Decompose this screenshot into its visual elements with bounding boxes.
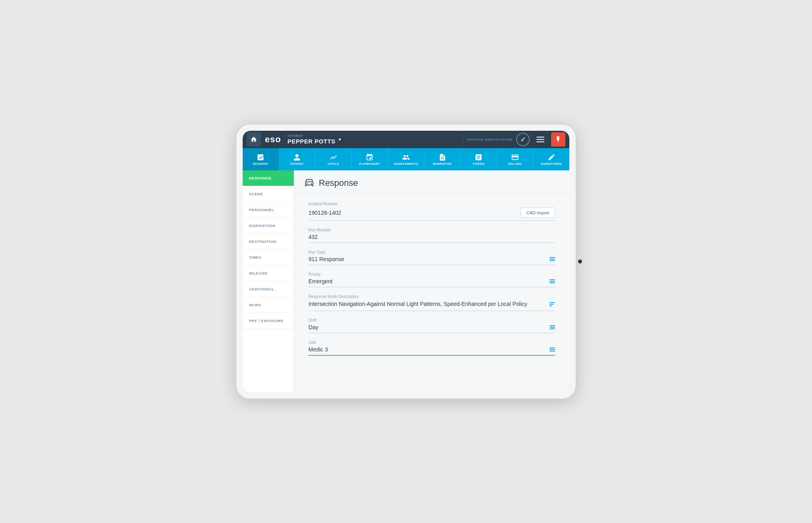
field-shift: Shift Day [308,318,555,333]
tab-narrative[interactable]: NARRATIVE [424,148,461,170]
tab-assessments[interactable]: ASSESSMENTS [388,148,425,170]
content-panel: Response Incident Number 190128-1402 CAD… [294,170,569,392]
field-run-number: Run Number 432 [308,228,555,243]
value-run-number[interactable]: 432 [308,234,555,240]
sidebar-item-disposition[interactable]: DISPOSITION [243,218,294,234]
sidebar-item-personnel[interactable]: PERSONNEL [243,202,294,218]
sidebar-item-destination[interactable]: DESTINATION [243,234,294,250]
value-unit[interactable]: Medic 3 [308,346,546,353]
response-icon [304,177,315,189]
top-nav-bar: eso PATIENT PEPPER POTTS ▾ POSITIVE IDEN… [243,131,569,148]
label-shift: Shift [308,318,555,323]
value-priority[interactable]: Emergent [308,278,546,284]
value-response-mode[interactable]: Intersection Navigation-Against Normal L… [308,300,546,308]
value-run-type[interactable]: 911 Response [308,256,546,262]
positive-id: POSITIVE IDENTIFICATION [467,138,512,141]
priority-dropdown-icon[interactable] [550,279,555,283]
tab-signatures[interactable]: SIGNATURES [533,148,569,170]
tab-billing-label: BILLING [508,162,522,166]
content-header: Response [294,170,569,194]
tab-narrative-label: NARRATIVE [433,162,452,166]
sidebar-item-response[interactable]: RESPONSE [243,170,294,186]
tab-patient-label: PATIENT [290,162,304,166]
sidebar-item-ppe-exposure[interactable]: PPE / EXPOSURE [243,313,294,329]
field-priority: Priority Emergent [308,272,555,287]
field-run-type: Run Type 911 Response [308,250,555,265]
tab-forms-label: FORMS [473,162,485,166]
row-priority: Emergent [308,278,555,287]
field-unit: Unit Medic 3 [308,340,555,356]
row-run-number: 432 [308,234,555,243]
tab-signatures-label: SIGNATURES [541,162,562,166]
row-response-mode: Intersection Navigation-Against Normal L… [308,300,555,311]
tab-incident[interactable]: INCIDENT [243,148,279,170]
row-run-type: 911 Response [308,256,555,265]
sidebar-item-scene[interactable]: SCENE [243,186,294,202]
sidebar-item-mileage[interactable]: MILEAGE [243,265,294,281]
content-title: Response [319,178,358,188]
patient-name: PEPPER POTTS [287,138,335,145]
sidebar-item-additional[interactable]: ADDITIONAL [243,281,294,297]
tab-assessments-label: ASSESSMENTS [394,162,418,166]
tab-billing[interactable]: BILLING [497,148,534,170]
tab-incident-label: INCIDENT [253,162,268,166]
sidebar-item-times[interactable]: TIMES [243,250,294,265]
shift-dropdown-icon[interactable] [550,325,555,329]
lightning-button[interactable] [551,132,565,147]
label-run-type: Run Type [308,250,555,254]
label-unit: Unit [308,340,555,345]
sidebar: RESPONSE SCENE PERSONNEL DISPOSITION DES… [243,170,294,392]
home-button[interactable] [247,132,261,147]
eso-logo: eso [265,134,281,145]
main-content: RESPONSE SCENE PERSONNEL DISPOSITION DES… [243,170,569,392]
row-shift: Day [308,324,555,333]
label-incident-number: Incident Number [308,202,555,206]
check-button[interactable]: ✓ [516,133,530,146]
tab-vitals-label: VITALS [327,162,339,166]
field-response-mode: Response Mode Descriptors Intersection N… [308,294,555,311]
row-unit: Medic 3 [308,346,555,356]
label-run-number: Run Number [308,228,555,232]
field-incident-number: Incident Number 190128-1402 CAD Import [308,202,555,221]
run-type-dropdown-icon[interactable] [550,257,555,261]
patient-info: PATIENT PEPPER POTTS ▾ [287,134,371,145]
tab-vitals[interactable]: VITALS [315,148,352,170]
nav-divider [463,134,463,145]
cad-import-button[interactable]: CAD Import [521,208,555,218]
unit-dropdown-icon[interactable] [550,347,555,351]
sidebar-item-nfirs[interactable]: NFIRS [243,297,294,313]
value-incident-number[interactable]: 190128-1402 [308,210,517,216]
value-shift[interactable]: Day [308,324,546,330]
tab-patient[interactable]: PATIENT [279,148,316,170]
row-incident-number: 190128-1402 CAD Import [308,208,555,221]
patient-dropdown-icon[interactable]: ▾ [339,137,341,142]
label-priority: Priority [308,272,555,277]
tab-flowchart-label: FLOWCHART [359,162,380,166]
section-nav: INCIDENT PATIENT VITALS FLOWCHART [243,148,569,170]
menu-button[interactable] [534,133,547,146]
patient-label: PATIENT [287,134,335,138]
label-response-mode: Response Mode Descriptors [308,294,555,299]
form-area: Incident Number 190128-1402 CAD Import R… [294,194,569,371]
side-indicator-dot [578,260,582,263]
tab-flowchart[interactable]: FLOWCHART [352,148,388,170]
tab-forms[interactable]: FORMS [461,148,497,170]
response-mode-dropdown-icon[interactable] [550,302,555,306]
